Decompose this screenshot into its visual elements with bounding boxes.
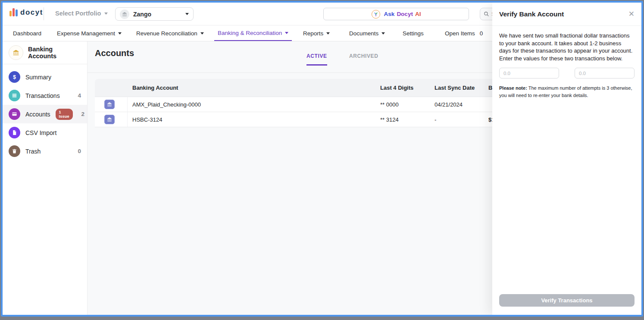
verify-bank-account-panel: Verify Bank Account ✕ We have sent two s… bbox=[492, 3, 641, 315]
transactions-icon bbox=[9, 90, 20, 101]
nav-banking-reconciliation-label: Banking & Reconciliation bbox=[218, 30, 282, 36]
sidebar-item-label: Transactions bbox=[25, 92, 72, 99]
nav-open-items-label: Open Items bbox=[445, 30, 475, 37]
cell-last-sync-date: 04/21/2024 bbox=[435, 97, 463, 112]
ask-ai-label-ai: AI bbox=[415, 11, 421, 17]
ask-ai-label-ask: Ask bbox=[384, 11, 395, 17]
app-window: docyt Select Portfolio Zango Ask Docyt A… bbox=[1, 1, 643, 317]
csv-import-icon bbox=[9, 127, 20, 138]
sidebar-header: Banking Accounts bbox=[3, 41, 87, 64]
nav-settings-label: Settings bbox=[403, 30, 424, 37]
bank-icon bbox=[9, 45, 23, 60]
chevron-down-icon bbox=[285, 32, 288, 34]
table-row[interactable]: HSBC-3124 ** 3124 - $1 bbox=[95, 112, 500, 127]
transaction-amount-input-2[interactable] bbox=[575, 68, 635, 78]
cell-account-name: AMX_Plaid_Checking-0000 bbox=[132, 97, 201, 112]
page-title: Accounts bbox=[95, 48, 134, 58]
close-icon[interactable]: ✕ bbox=[628, 10, 635, 18]
chevron-down-icon bbox=[326, 32, 330, 35]
accounts-icon bbox=[9, 108, 20, 120]
nav-settings[interactable]: Settings bbox=[403, 25, 424, 41]
modal-note-label: Please note: bbox=[499, 85, 527, 91]
modal-header: Verify Bank Account ✕ bbox=[492, 3, 641, 26]
table-header-row: Banking Account Last 4 Digits Last Sync … bbox=[95, 79, 500, 97]
sidebar-item-label: Trash bbox=[25, 148, 72, 155]
nav-revenue-reconciliation-label: Revenue Reconciliation bbox=[136, 30, 197, 37]
sidebar-title: Banking Accounts bbox=[28, 46, 81, 60]
open-items-count: 0 bbox=[480, 30, 483, 37]
modal-footer: Verify Transactions bbox=[492, 294, 641, 315]
chevron-down-icon bbox=[200, 32, 204, 35]
docyt-ai-icon bbox=[372, 10, 380, 19]
nav-reports-label: Reports bbox=[303, 30, 323, 37]
header-divider bbox=[44, 7, 44, 20]
sidebar-item-trash[interactable]: Trash 0 bbox=[3, 142, 87, 160]
modal-description: We have sent two small fractional dollar… bbox=[499, 32, 635, 62]
account-icon-cell bbox=[95, 112, 128, 127]
sidebar-item-transactions[interactable]: Transactions 4 bbox=[3, 86, 87, 105]
issue-badge: 1 Issue bbox=[56, 109, 73, 120]
chevron-down-icon bbox=[118, 32, 122, 35]
cell-last-sync-date: - bbox=[435, 112, 436, 127]
tab-archived[interactable]: ARCHIVED bbox=[349, 53, 378, 64]
building-icon bbox=[120, 9, 129, 19]
modal-body: We have sent two small fractional dollar… bbox=[492, 26, 641, 99]
nav-open-items[interactable]: Open Items 0 bbox=[445, 25, 483, 41]
cell-last-4-digits: ** 3124 bbox=[380, 112, 399, 127]
docyt-logo[interactable]: docyt bbox=[9, 8, 43, 16]
sidebar-item-count: 4 bbox=[78, 92, 81, 99]
verify-transactions-button[interactable]: Verify Transactions bbox=[499, 294, 635, 307]
select-portfolio-label: Select Portfolio bbox=[55, 10, 101, 17]
nav-dashboard-label: Dashboard bbox=[13, 30, 41, 37]
sidebar-item-label: Summary bbox=[25, 74, 81, 81]
sidebar-item-count: 2 bbox=[81, 111, 85, 117]
ask-ai-label-docyt: Docyt bbox=[397, 11, 413, 17]
transaction-amount-input-1[interactable] bbox=[499, 68, 559, 78]
sidebar: Banking Accounts $ Summary Transactions … bbox=[3, 41, 88, 315]
chevron-down-icon bbox=[381, 32, 385, 35]
modal-note: Please note: The maximum number of attem… bbox=[499, 85, 635, 99]
transaction-amount-inputs bbox=[499, 68, 635, 78]
nav-banking-reconciliation[interactable]: Banking & Reconciliation bbox=[214, 25, 292, 41]
sidebar-item-label: CSV Import bbox=[25, 129, 81, 136]
cell-last-4-digits: ** 0000 bbox=[380, 97, 399, 112]
bank-account-icon bbox=[104, 100, 115, 109]
chevron-down-icon bbox=[185, 13, 189, 15]
nav-expense-management-label: Expense Management bbox=[57, 30, 115, 37]
nav-expense-management[interactable]: Expense Management bbox=[57, 25, 122, 41]
col-header-last-4-digits: Last 4 Digits bbox=[380, 79, 413, 97]
search-icon bbox=[484, 11, 489, 17]
entity-selector-dropdown[interactable]: Zango bbox=[115, 7, 194, 21]
nav-dashboard[interactable]: Dashboard bbox=[13, 25, 41, 41]
select-portfolio-dropdown[interactable]: Select Portfolio bbox=[55, 10, 108, 17]
col-header-banking-account: Banking Account bbox=[132, 79, 178, 97]
modal-title: Verify Bank Account bbox=[499, 10, 564, 18]
nav-documents-label: Documents bbox=[349, 30, 378, 37]
table-row[interactable]: AMX_Plaid_Checking-0000 ** 0000 04/21/20… bbox=[95, 97, 500, 112]
sidebar-item-summary[interactable]: $ Summary bbox=[3, 68, 87, 86]
docyt-logo-text: docyt bbox=[20, 9, 43, 16]
ask-docyt-ai-button[interactable]: Ask Docyt AI bbox=[323, 8, 469, 20]
accounts-table: Banking Account Last 4 Digits Last Sync … bbox=[95, 79, 500, 127]
sidebar-item-accounts[interactable]: Accounts 1 Issue 2 bbox=[3, 105, 87, 123]
entity-name: Zango bbox=[133, 11, 181, 18]
tab-active[interactable]: ACTIVE bbox=[306, 53, 327, 66]
nav-revenue-reconciliation[interactable]: Revenue Reconciliation bbox=[136, 25, 204, 41]
summary-icon: $ bbox=[9, 71, 20, 83]
nav-reports[interactable]: Reports bbox=[303, 25, 330, 41]
col-header-last-sync-date: Last Sync Date bbox=[435, 79, 475, 97]
cell-account-name: HSBC-3124 bbox=[132, 112, 162, 127]
trash-icon bbox=[9, 145, 20, 157]
sidebar-item-csv-import[interactable]: CSV Import bbox=[3, 123, 87, 142]
sidebar-item-count: 0 bbox=[78, 148, 81, 154]
account-icon-cell bbox=[95, 97, 128, 112]
chevron-down-icon bbox=[104, 13, 108, 15]
bank-account-icon bbox=[104, 115, 115, 124]
nav-documents[interactable]: Documents bbox=[349, 25, 385, 41]
sidebar-item-label: Accounts bbox=[25, 111, 50, 118]
docyt-logo-icon bbox=[9, 8, 18, 16]
